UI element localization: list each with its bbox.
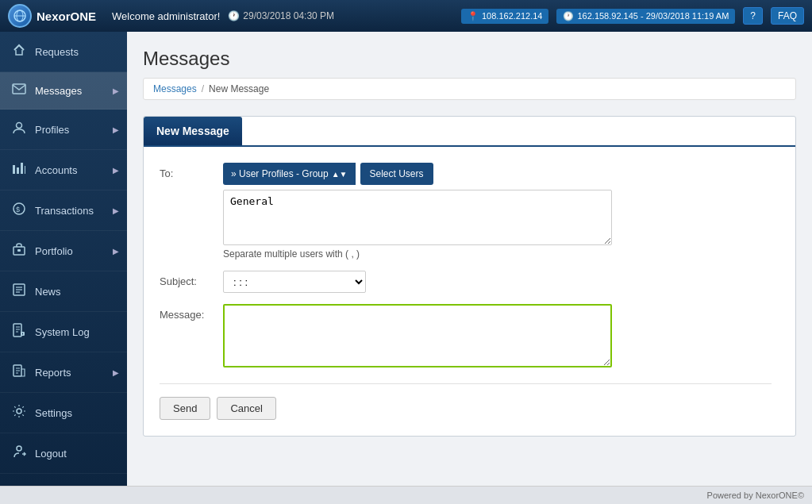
panel-body: To: » User Profiles - Group ▲▼ Select Us… xyxy=(144,145,795,436)
cancel-button[interactable]: Cancel xyxy=(217,397,275,420)
header: NexorONE Welcome administrator! 🕐 29/03/… xyxy=(0,0,812,32)
separator-text: Separate multiple users with ( , ) xyxy=(223,248,612,260)
sidebar-item-messages[interactable]: Messages ▶ xyxy=(0,72,127,110)
sidebar-item-accounts[interactable]: Accounts ▶ xyxy=(0,150,127,190)
sidebar-item-logout[interactable]: Logout xyxy=(0,433,127,474)
subject-select[interactable]: : : : xyxy=(223,271,366,293)
logo-icon xyxy=(8,4,32,28)
svg-rect-5 xyxy=(13,165,15,174)
current-time: 🕐 29/03/2018 04:30 PM xyxy=(228,10,334,21)
sidebar-label-reports: Reports xyxy=(35,367,71,379)
news-icon xyxy=(11,283,27,300)
reports-arrow: ▶ xyxy=(113,368,119,377)
svg-rect-6 xyxy=(17,167,19,174)
svg-point-28 xyxy=(17,446,21,451)
messages-arrow: ▶ xyxy=(113,87,119,95)
new-message-panel: New Message To: » User Profiles - Group … xyxy=(143,116,796,437)
to-row: To: » User Profiles - Group ▲▼ Select Us… xyxy=(160,163,772,260)
subject-row: Subject: : : : xyxy=(160,271,772,293)
portfolio-icon xyxy=(11,242,27,260)
logo-text: NexorONE xyxy=(37,10,96,23)
form-actions: Send Cancel xyxy=(160,383,772,420)
logout-icon xyxy=(11,444,27,462)
svg-rect-3 xyxy=(13,84,25,94)
sidebar-item-portfolio[interactable]: Portfolio ▶ xyxy=(0,231,127,271)
sidebar: Requests Messages ▶ Profiles ▶ xyxy=(0,32,127,486)
portfolio-arrow: ▶ xyxy=(113,247,119,256)
svg-text:$: $ xyxy=(16,206,20,214)
to-label: To: xyxy=(160,163,223,179)
main-layout: Requests Messages ▶ Profiles ▶ xyxy=(0,32,812,486)
sidebar-label-news: News xyxy=(35,286,61,298)
settings-icon xyxy=(11,404,27,421)
profiles-arrow: ▶ xyxy=(113,125,119,134)
sidebar-label-settings: Settings xyxy=(35,407,72,419)
sidebar-label-profiles: Profiles xyxy=(35,124,69,136)
svg-point-4 xyxy=(17,123,22,129)
svg-point-27 xyxy=(17,409,21,414)
message-textarea[interactable] xyxy=(223,304,612,367)
faq-button[interactable]: FAQ xyxy=(771,7,804,25)
svg-rect-17 xyxy=(13,324,21,337)
accounts-arrow: ▶ xyxy=(113,166,119,175)
ip-badge[interactable]: 📍 108.162.212.14 xyxy=(461,9,548,24)
svg-rect-8 xyxy=(25,166,25,174)
sidebar-label-logout: Logout xyxy=(35,448,67,460)
welcome-text: Welcome administrator! xyxy=(112,10,220,22)
user-profiles-group-dropdown[interactable]: » User Profiles - Group ▲▼ xyxy=(223,163,356,185)
transactions-icon: $ xyxy=(11,202,27,219)
sidebar-item-transactions[interactable]: $ Transactions ▶ xyxy=(0,190,127,231)
to-row1: » User Profiles - Group ▲▼ Select Users xyxy=(223,163,612,185)
message-row: Message: xyxy=(160,304,772,367)
select-users-button[interactable]: Select Users xyxy=(360,163,433,185)
message-label: Message: xyxy=(160,304,223,321)
logo: NexorONE xyxy=(8,4,96,28)
sidebar-label-portfolio: Portfolio xyxy=(35,245,73,257)
breadcrumb-separator: / xyxy=(202,83,204,94)
sidebar-item-reports[interactable]: Reports ▶ xyxy=(0,352,127,393)
footer-text: Powered by NexorONE© xyxy=(707,491,804,500)
sidebar-item-system-log[interactable]: System Log xyxy=(0,312,127,352)
breadcrumb-current: New Message xyxy=(209,83,269,94)
panel-header: New Message xyxy=(144,117,242,145)
subject-label: Subject: xyxy=(160,271,223,287)
messages-icon xyxy=(11,83,27,98)
help-button[interactable]: ? xyxy=(743,7,763,25)
dropdown-label: » User Profiles - Group xyxy=(231,168,329,179)
sidebar-item-settings[interactable]: Settings xyxy=(0,393,127,433)
breadcrumb: Messages / New Message xyxy=(143,78,796,100)
breadcrumb-parent[interactable]: Messages xyxy=(153,83,197,94)
sidebar-label-accounts: Accounts xyxy=(35,164,77,176)
send-button[interactable]: Send xyxy=(160,397,210,420)
svg-rect-7 xyxy=(21,163,23,174)
profiles-icon xyxy=(11,121,27,138)
transactions-arrow: ▶ xyxy=(113,206,119,215)
requests-icon xyxy=(11,43,27,60)
accounts-icon xyxy=(11,161,27,179)
session-badge[interactable]: 🕐 162.158.92.145 - 29/03/2018 11:19 AM xyxy=(556,9,735,24)
sidebar-item-profiles[interactable]: Profiles ▶ xyxy=(0,110,127,150)
to-fields: » User Profiles - Group ▲▼ Select Users … xyxy=(223,163,612,260)
reports-icon xyxy=(11,364,27,381)
sidebar-item-requests[interactable]: Requests xyxy=(0,32,127,72)
sidebar-label-messages: Messages xyxy=(35,85,82,97)
time-icon: 🕐 xyxy=(228,10,240,21)
sidebar-label-system-log: System Log xyxy=(35,326,90,338)
system-log-icon xyxy=(11,323,27,340)
to-textarea[interactable]: General xyxy=(223,190,612,245)
sidebar-label-transactions: Transactions xyxy=(35,205,94,217)
footer: Powered by NexorONE© xyxy=(0,486,812,504)
sidebar-label-requests: Requests xyxy=(35,46,79,58)
page-title: Messages xyxy=(143,48,796,70)
content-area: Messages Messages / New Message New Mess… xyxy=(127,32,812,486)
svg-rect-12 xyxy=(17,249,21,252)
session-icon: 🕐 xyxy=(563,11,574,21)
sidebar-item-news[interactable]: News xyxy=(0,271,127,312)
ip-icon: 📍 xyxy=(468,11,479,21)
dropdown-arrow-icon: ▲▼ xyxy=(332,170,348,179)
